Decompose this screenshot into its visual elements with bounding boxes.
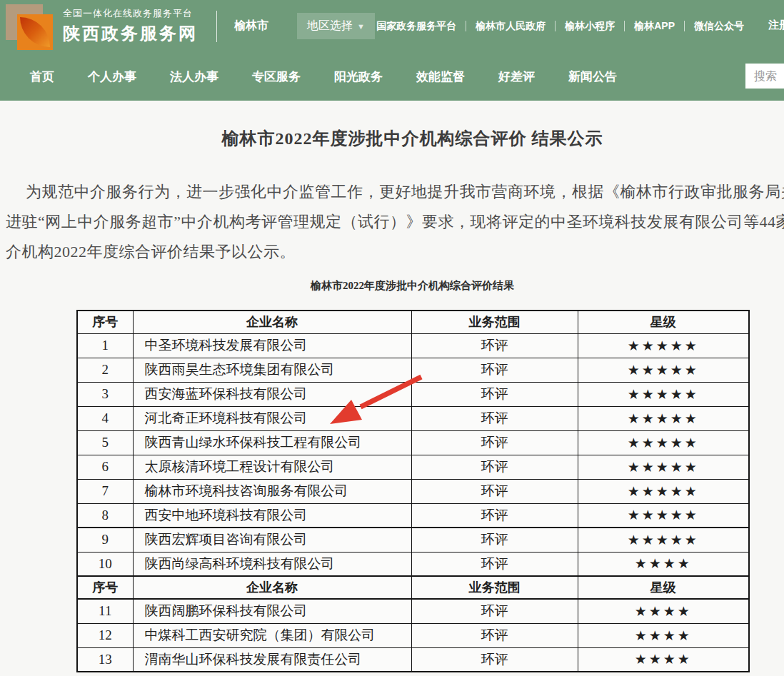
paragraph-line: 为规范中介服务行为，进一步强化中介监管工作，更好地提升我市营商环境，根据《榆林市… bbox=[0, 177, 784, 207]
table-row: 8西安中地环境科技有限公司环评★★★★★ bbox=[77, 503, 749, 528]
brand-divider bbox=[216, 11, 217, 42]
column-header: 业务范围 bbox=[411, 311, 578, 333]
nav-item[interactable]: 好差评 bbox=[498, 69, 535, 85]
nav-item[interactable]: 法人办事 bbox=[170, 69, 218, 85]
table-row: 6太原核清环境工程设计有限公司环评★★★★★ bbox=[77, 455, 749, 479]
company-name: 陕西雨昊生态环境集团有限公司 bbox=[133, 358, 411, 382]
star-rating: ★★★★★ bbox=[578, 382, 749, 406]
business-scope: 环评 bbox=[411, 382, 578, 406]
nav-item[interactable]: 个人办事 bbox=[88, 69, 136, 85]
star-rating: ★★★★ bbox=[578, 623, 749, 647]
business-scope: 环评 bbox=[411, 552, 578, 576]
site-logo bbox=[6, 4, 53, 51]
row-number: 7 bbox=[77, 479, 133, 503]
business-scope: 环评 bbox=[411, 406, 578, 430]
star-rating: ★★★★★ bbox=[578, 528, 749, 552]
table-row: 1中圣环境科技发展有限公司环评★★★★★ bbox=[77, 333, 749, 358]
nav-item[interactable]: 专区服务 bbox=[252, 69, 301, 85]
company-name: 榆林市环境科技咨询服务有限公司 bbox=[133, 479, 411, 503]
business-scope: 环评 bbox=[411, 479, 578, 503]
company-name: 陕西宏辉项目咨询有限公司 bbox=[133, 528, 411, 552]
link-separator bbox=[624, 21, 625, 31]
link-separator bbox=[466, 21, 466, 31]
logo-orange-square bbox=[17, 14, 53, 50]
header-link[interactable]: 榆林APP bbox=[634, 20, 675, 33]
company-name: 陕西青山绿水环保科技工程有限公司 bbox=[133, 430, 411, 455]
header-link[interactable]: 榆林小程序 bbox=[565, 20, 615, 33]
star-rating: ★★★★ bbox=[578, 647, 749, 672]
current-city-label: 榆林市 bbox=[234, 19, 268, 34]
header-link[interactable]: 榆林市人民政府 bbox=[476, 20, 546, 33]
business-scope: 环评 bbox=[411, 503, 578, 528]
star-rating: ★★★★★ bbox=[578, 358, 749, 382]
business-scope: 环评 bbox=[411, 333, 578, 358]
star-rating: ★★★★ bbox=[578, 552, 749, 576]
row-number: 5 bbox=[77, 430, 133, 455]
row-number: 3 bbox=[77, 382, 133, 406]
register-link[interactable]: 注册 bbox=[768, 19, 784, 32]
nav-item[interactable]: 新闻公告 bbox=[568, 69, 617, 85]
region-selector-label: 地区选择 bbox=[307, 19, 353, 31]
header-links: 国家政务服务平台榆林市人民政府榆林小程序榆林APP微信公众号 bbox=[376, 20, 744, 33]
evaluation-table: 序号企业名称业务范围星级 1中圣环境科技发展有限公司环评★★★★★2陕西雨昊生态… bbox=[76, 310, 750, 672]
row-number: 12 bbox=[77, 623, 133, 647]
company-name: 渭南华山环保科技发展有限责任公司 bbox=[133, 647, 411, 672]
company-name: 中圣环境科技发展有限公司 bbox=[133, 333, 411, 358]
logo-leaf-icon bbox=[20, 17, 50, 47]
column-header: 企业名称 bbox=[133, 311, 411, 333]
business-scope: 环评 bbox=[411, 430, 578, 455]
company-name: 陕西尚绿高科环境科技有限公司 bbox=[133, 552, 411, 576]
star-rating: ★★★★★ bbox=[578, 479, 749, 503]
company-name: 陕西阔鹏环保科技有限公司 bbox=[133, 599, 411, 623]
nav-item[interactable]: 效能监督 bbox=[416, 69, 465, 85]
table-row: 7榆林市环境科技咨询服务有限公司环评★★★★★ bbox=[77, 479, 749, 503]
table-row: 13渭南华山环保科技发展有限责任公司环评★★★★ bbox=[77, 647, 749, 672]
row-number: 2 bbox=[77, 358, 133, 382]
row-number: 9 bbox=[77, 528, 133, 552]
nav-item[interactable]: 阳光政务 bbox=[334, 69, 383, 85]
table-row: 5陕西青山绿水环保科技工程有限公司环评★★★★★ bbox=[77, 430, 749, 455]
search-input[interactable] bbox=[745, 64, 784, 89]
company-name: 河北奇正环境科技有限公司 bbox=[133, 406, 411, 430]
chevron-down-icon: ▼ bbox=[357, 22, 365, 31]
header-top-row: 全国一体化在线政务服务平台 陕西政务服务网 榆林市 地区选择▼ 国家政务服务平台… bbox=[0, 0, 784, 52]
announcement-paragraph: 为规范中介服务行为，进一步强化中介监管工作，更好地提升我市营商环境，根据《榆林市… bbox=[0, 177, 784, 267]
star-rating: ★★★★★ bbox=[578, 503, 749, 528]
table-row: 3西安海蓝环保科技有限公司环评★★★★★ bbox=[77, 382, 749, 406]
column-header: 星级 bbox=[578, 576, 749, 599]
platform-label: 全国一体化在线政务服务平台 bbox=[63, 7, 198, 20]
company-name: 中煤科工西安研究院（集团）有限公司 bbox=[133, 623, 411, 647]
column-header: 星级 bbox=[578, 311, 749, 333]
row-number: 10 bbox=[77, 552, 133, 576]
star-rating: ★★★★★ bbox=[578, 406, 749, 430]
table-header-row: 序号企业名称业务范围星级 bbox=[77, 311, 749, 333]
column-header: 序号 bbox=[77, 311, 133, 333]
business-scope: 环评 bbox=[411, 623, 578, 647]
company-name: 西安中地环境科技有限公司 bbox=[133, 503, 411, 528]
star-rating: ★★★★ bbox=[578, 599, 749, 623]
table-row: 11陕西阔鹏环保科技有限公司环评★★★★ bbox=[77, 599, 749, 623]
header-link[interactable]: 国家政务服务平台 bbox=[376, 20, 456, 33]
paragraph-line: 进驻“网上中介服务超市”中介机构考评管理规定（试行）》要求，现将评定的中圣环境科… bbox=[0, 207, 784, 237]
table-caption: 榆林市2022年度涉批中介机构综合评价结果 bbox=[76, 279, 748, 293]
star-rating: ★★★★★ bbox=[578, 430, 749, 455]
business-scope: 环评 bbox=[411, 455, 578, 479]
page-title: 榆林市2022年度涉批中介机构综合评价 结果公示 bbox=[76, 127, 748, 150]
column-header: 企业名称 bbox=[133, 576, 411, 599]
nav-item[interactable]: 首页 bbox=[30, 69, 54, 85]
table-row: 12中煤科工西安研究院（集团）有限公司环评★★★★ bbox=[77, 623, 749, 647]
table-body: 1中圣环境科技发展有限公司环评★★★★★2陕西雨昊生态环境集团有限公司环评★★★… bbox=[77, 333, 749, 672]
site-header: 全国一体化在线政务服务平台 陕西政务服务网 榆林市 地区选择▼ 国家政务服务平台… bbox=[0, 0, 784, 101]
row-number: 6 bbox=[77, 455, 133, 479]
row-number: 11 bbox=[77, 599, 133, 623]
column-header: 业务范围 bbox=[411, 576, 578, 599]
row-number: 1 bbox=[77, 333, 133, 358]
region-selector-button[interactable]: 地区选择▼ bbox=[297, 13, 375, 39]
header-link[interactable]: 微信公众号 bbox=[694, 20, 744, 33]
business-scope: 环评 bbox=[411, 647, 578, 672]
table-row: 2陕西雨昊生态环境集团有限公司环评★★★★★ bbox=[77, 358, 749, 382]
row-number: 8 bbox=[77, 503, 133, 528]
star-rating: ★★★★★ bbox=[578, 333, 749, 358]
announcement-document: 榆林市2022年度涉批中介机构综合评价 结果公示 为规范中介服务行为，进一步强化… bbox=[0, 127, 784, 672]
search-box bbox=[745, 64, 784, 89]
